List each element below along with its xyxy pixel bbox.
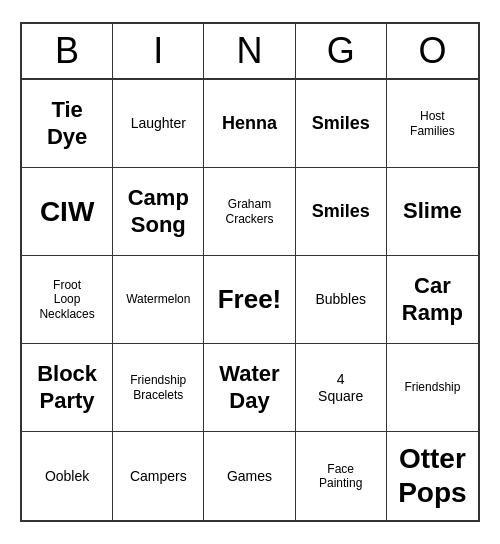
bingo-cell: Henna — [204, 80, 295, 168]
bingo-card: BINGO Tie DyeLaughterHennaSmilesHost Fam… — [20, 22, 480, 522]
bingo-cell: Bubbles — [296, 256, 387, 344]
bingo-cell: Graham Crackers — [204, 168, 295, 256]
bingo-grid: Tie DyeLaughterHennaSmilesHost FamiliesC… — [22, 80, 478, 520]
bingo-header: BINGO — [22, 24, 478, 80]
bingo-cell: Block Party — [22, 344, 113, 432]
bingo-cell: Campers — [113, 432, 204, 520]
bingo-cell: Friendship Bracelets — [113, 344, 204, 432]
bingo-cell: 4 Square — [296, 344, 387, 432]
header-letter: N — [204, 24, 295, 78]
bingo-cell: Slime — [387, 168, 478, 256]
bingo-cell: Free! — [204, 256, 295, 344]
bingo-cell: Water Day — [204, 344, 295, 432]
bingo-cell: Friendship — [387, 344, 478, 432]
bingo-cell: Smiles — [296, 80, 387, 168]
header-letter: G — [296, 24, 387, 78]
bingo-cell: Smiles — [296, 168, 387, 256]
bingo-cell: Froot Loop Necklaces — [22, 256, 113, 344]
header-letter: I — [113, 24, 204, 78]
bingo-cell: Face Painting — [296, 432, 387, 520]
bingo-cell: Camp Song — [113, 168, 204, 256]
bingo-cell: CIW — [22, 168, 113, 256]
bingo-cell: Ooblek — [22, 432, 113, 520]
bingo-cell: Host Families — [387, 80, 478, 168]
bingo-cell: Otter Pops — [387, 432, 478, 520]
bingo-cell: Tie Dye — [22, 80, 113, 168]
bingo-cell: Games — [204, 432, 295, 520]
header-letter: B — [22, 24, 113, 78]
bingo-cell: Laughter — [113, 80, 204, 168]
header-letter: O — [387, 24, 478, 78]
bingo-cell: Car Ramp — [387, 256, 478, 344]
bingo-cell: Watermelon — [113, 256, 204, 344]
